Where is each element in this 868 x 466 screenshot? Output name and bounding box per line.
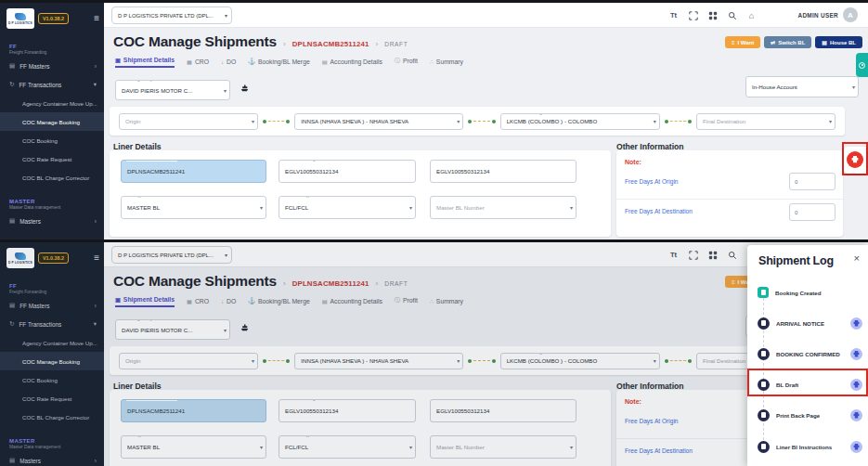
doc-icon: ▤ bbox=[822, 39, 827, 45]
liner-bl-number-field[interactable]: Liner BL Number EGLV100550312134 bbox=[430, 160, 577, 183]
text-size-icon[interactable]: Tt bbox=[668, 10, 679, 20]
doc-icon: ▤ bbox=[9, 62, 15, 70]
support-tab[interactable] bbox=[856, 53, 868, 77]
port-of-discharge-value: LKCMB (COLOMBO ) - COLOMBO bbox=[507, 118, 598, 124]
sidebar-item-coc-bl-charge-corrector[interactable]: COC BL Charge Corrector bbox=[0, 168, 104, 187]
fullscreen-icon[interactable] bbox=[688, 10, 698, 20]
document-icon bbox=[758, 317, 770, 330]
other-information-card: Note: Free Days At Origin 0 Free Days At… bbox=[616, 150, 843, 237]
menu-icon: ≡ bbox=[732, 40, 735, 45]
close-icon[interactable]: × bbox=[854, 253, 860, 264]
port-of-discharge-select[interactable]: Port of Discharge * LKCMB (COLOMBO ) - C… bbox=[500, 113, 660, 130]
log-item-label: BOOKING CONFIRMED bbox=[776, 351, 840, 357]
tab-cro[interactable]: ▦ CRO bbox=[187, 58, 209, 68]
print-fab-tab bbox=[844, 147, 866, 174]
liner-booking-field[interactable]: Liner Booking EGLV100550312134 bbox=[279, 160, 416, 183]
field-label: Service Type * bbox=[284, 196, 318, 198]
free-days-origin-input[interactable]: 0 bbox=[789, 173, 836, 190]
print-booking-confirmed-button[interactable] bbox=[850, 348, 862, 360]
print-liner-bl-instructions-button[interactable] bbox=[850, 441, 862, 453]
tab-label: Shipment Details bbox=[123, 57, 175, 63]
hamburger-icon[interactable]: ≡ bbox=[94, 14, 99, 23]
document-icon bbox=[758, 348, 770, 360]
tab-accounting-details[interactable]: ▤ Accounting Details bbox=[322, 58, 382, 68]
tab-label: Summary bbox=[436, 58, 463, 65]
ship-icon: ⚓ bbox=[248, 58, 255, 65]
field-label: Liner BL Number bbox=[435, 160, 475, 162]
log-item-liner-bl-instructions: Liner Bl Instructions bbox=[758, 437, 862, 456]
tab-booking-bl-merge[interactable]: ⚓ Booking/BL Merge bbox=[248, 58, 309, 68]
bl-type-select[interactable]: BL Type MASTER BL ▾ bbox=[121, 196, 266, 219]
print-arrival-notice-button[interactable] bbox=[850, 317, 862, 330]
caret-down-icon: ▾ bbox=[225, 12, 227, 19]
sidebar-item-coc-manage-booking[interactable]: COC Manage Booking bbox=[0, 112, 104, 131]
briefcase-icon: ▣ bbox=[115, 57, 121, 63]
tab-profit[interactable]: ⓘ Profit bbox=[395, 57, 418, 68]
switch-bl-button[interactable]: ⇄ Switch BL bbox=[764, 36, 811, 48]
master-bl-number-select[interactable]: Master BL Number ▾ bbox=[430, 196, 577, 219]
sidebar-item-ff-transactions[interactable]: ↻ FF Transactions ▾ bbox=[0, 75, 104, 94]
caret-down-icon: ▾ bbox=[570, 204, 573, 211]
search-icon[interactable] bbox=[727, 10, 737, 20]
print-back-page-button[interactable] bbox=[850, 409, 862, 421]
company-select-value: D P LOGISTICS PRIVATE LTD (DPL... bbox=[118, 13, 214, 19]
tab-label: Accounting Details bbox=[330, 58, 382, 65]
final-destination-select[interactable]: Final Destination ▾ bbox=[696, 113, 836, 130]
house-bl-button[interactable]: ▤ House BL bbox=[815, 36, 862, 48]
booking-party-select[interactable]: Booking Party DAVID PIERIS MOTOR C... ▾ bbox=[115, 80, 230, 100]
route-connector bbox=[264, 121, 289, 122]
switch-icon: ⇄ bbox=[771, 39, 775, 45]
printer-icon bbox=[853, 412, 860, 419]
sidebar-item-masters[interactable]: ▤ Masters › bbox=[0, 212, 104, 230]
service-type-select[interactable]: Service Type * FCL/FCL ▾ bbox=[279, 196, 416, 219]
status-badge: DRAFT bbox=[384, 41, 408, 47]
booking-created-icon bbox=[758, 287, 769, 298]
port-of-load-select[interactable]: Port of Load * INNSA (NHAVA SHEVA ) - NH… bbox=[294, 113, 463, 130]
apps-grid-icon[interactable] bbox=[707, 10, 718, 20]
sidebar-item-coc-booking[interactable]: COC Booking bbox=[0, 131, 104, 149]
i-want-label: I Want bbox=[737, 40, 754, 45]
caret-down-icon: ▾ bbox=[852, 84, 855, 90]
master-bl-placeholder: Master BL Number bbox=[436, 204, 485, 211]
company-select[interactable]: D P LOGISTICS PRIVATE LTD (DPL... ▾ bbox=[111, 6, 232, 24]
print-fab-annotation bbox=[842, 142, 868, 175]
section-code: MASTER bbox=[9, 199, 104, 204]
caret-down-icon: ▾ bbox=[252, 118, 254, 124]
sidebar-item-agency-container-move-up[interactable]: Agency Container Move Up... bbox=[0, 94, 104, 112]
tab-summary[interactable]: ∴ Summary bbox=[430, 58, 463, 68]
vessel-icon[interactable] bbox=[240, 83, 250, 93]
reference-bl-number-field[interactable]: Reference BL Number DPLNSACMB2511241 bbox=[121, 160, 266, 183]
field-label: Sales Person bbox=[751, 76, 784, 78]
sales-person-select[interactable]: Sales Person In-House Account ▾ bbox=[745, 76, 859, 97]
section-code: FF bbox=[9, 44, 104, 49]
field-label: Booking Party bbox=[121, 80, 154, 82]
tab-shipment-details[interactable]: ▣ Shipment Details bbox=[115, 57, 175, 68]
booking-party-value: DAVID PIERIS MOTOR C... bbox=[122, 87, 192, 94]
free-days-destination-label[interactable]: Free Days At Destination bbox=[625, 208, 693, 214]
ledger-icon: ▤ bbox=[322, 58, 328, 65]
port-of-load-value: INNSA (NHAVA SHEVA ) - NHAVA SHEVA bbox=[301, 118, 408, 124]
i-want-button[interactable]: ≡ I Want bbox=[725, 36, 760, 48]
print-button[interactable] bbox=[847, 151, 863, 168]
page-title: COC Manage Shipments bbox=[113, 33, 277, 50]
home-icon[interactable]: ⌂ bbox=[746, 10, 757, 20]
tab-do[interactable]: ↓ DO bbox=[221, 58, 236, 68]
sync-icon: ↻ bbox=[9, 81, 14, 88]
sidebar-item-ff-masters[interactable]: ▤ FF Masters › bbox=[0, 57, 104, 75]
origin-select[interactable]: Origin ▾ bbox=[119, 113, 258, 130]
free-days-destination-input[interactable]: 0 bbox=[789, 203, 836, 221]
avatar[interactable]: A bbox=[843, 7, 858, 22]
reference-bl-number-value: DPLNSACMB2511241 bbox=[127, 168, 185, 175]
shipment-reference: DPLNSACMB2511241 bbox=[292, 40, 369, 48]
info-circle-icon: ⓘ bbox=[395, 57, 400, 65]
caret-down-icon: ▾ bbox=[224, 87, 227, 94]
free-days-origin-label[interactable]: Free Days At Origin bbox=[625, 178, 679, 185]
tab-label: CRO bbox=[195, 58, 209, 65]
screenshot-bottom: D P LOGISTICS V1.0.38.2 ≡ FF Freight For… bbox=[0, 239, 868, 466]
sidebar-item-coc-rate-request[interactable]: COC Rate Request bbox=[0, 149, 104, 168]
dim-overlay bbox=[0, 239, 868, 466]
tab-label: Profit bbox=[403, 58, 418, 64]
breadcrumb: COC Manage Shipments › DPLNSACMB2511241 … bbox=[113, 33, 408, 50]
origin-placeholder: Origin bbox=[125, 118, 141, 124]
sidebar-section-ff: FF Freight Forwarding bbox=[9, 44, 104, 55]
